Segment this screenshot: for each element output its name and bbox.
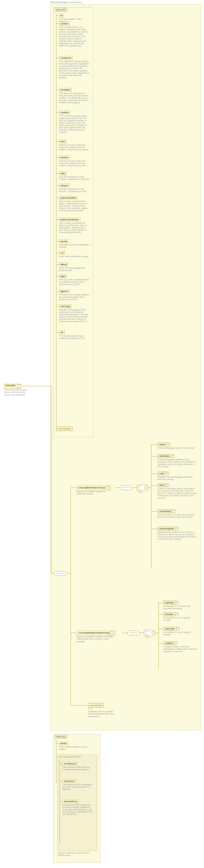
expand-icon[interactable]: + (176, 527, 179, 530)
attr-literal: literalA free-text value assigned as pro… (59, 262, 91, 272)
elem-name: hierarchyInfo+ (157, 527, 176, 530)
elem-name: broader+ (163, 612, 176, 616)
elem-facet[interactable]: facet+In NAR 1.8 and later, facet is dep… (157, 483, 198, 499)
attr-creator: creatorIf the property value is not defi… (59, 22, 91, 47)
attr-desc: A set of local identifiers of inline con… (59, 746, 88, 750)
sequence-rel: • • • (127, 630, 140, 635)
elem-remoteInfo[interactable]: remoteInfo+A link to an item or a web re… (157, 509, 198, 518)
attr-name: idrefs (59, 741, 68, 745)
attr-desc: A free-text value assigned as property v… (59, 267, 89, 272)
attr-desc: Specifies the language of this property … (59, 309, 89, 323)
elem-note[interactable]: note+Additional natural language informa… (157, 472, 198, 480)
collapse-icon[interactable]: – (18, 384, 21, 388)
attr-name: uri (59, 251, 65, 255)
attr-id: idThe local identifier of the property. (59, 13, 91, 23)
elem-desc: A natural language name for the concept. (157, 447, 197, 449)
root-label: inlineRef (4, 384, 17, 388)
elem-desc: An identifier of a more generic concept. (163, 617, 198, 621)
attr-desc: Indicates by which means the value was e… (59, 144, 89, 151)
attr-desc: If the property value is not defined, sp… (59, 26, 89, 47)
expand-icon[interactable]: + (173, 509, 176, 513)
attr-pubconstrainturi: pubconstrainturiOne or many constraints … (59, 218, 91, 234)
attr-desc: Why the metadata has been included - exp… (59, 188, 89, 193)
elem-desc: An identifier of a more specific concept… (163, 631, 198, 636)
expand-icon[interactable]: + (171, 455, 174, 458)
elem-desc: A related concept, where the relationshi… (163, 646, 198, 653)
attr-whyuri: whyuriWhy the metadata has been included… (59, 184, 91, 193)
attr-typeuri: typeuriThe type of the concept assigned … (59, 289, 91, 301)
attr-desc: A reference to the concept from which th… (62, 804, 94, 815)
cardinality: 0..∞ (139, 491, 143, 493)
attr-howuri: howuriIndicates by which means the value… (59, 156, 91, 167)
attr-name: custom (59, 111, 70, 114)
type-context: (extension) (68, 1, 82, 4)
attr-name: confidence (62, 762, 78, 766)
attributes-header-2: attributes (55, 735, 67, 739)
choice-def[interactable]: – (137, 485, 148, 491)
elem-name: remoteInfo+ (157, 509, 173, 513)
attr-name: dir (59, 331, 65, 334)
attr-name: relevance (62, 779, 76, 783)
elem-definition[interactable]: definition+A natural language definition… (157, 454, 198, 468)
elem-name: sameAs+ (163, 601, 176, 604)
attr-type: typeThe type of the concept assigned as … (59, 274, 91, 285)
attr-name: id (59, 13, 64, 18)
attr-name: pubconstraint (59, 196, 77, 200)
elem-name[interactable]: name+A natural language name for the con… (157, 442, 198, 449)
elem-broader[interactable]: broader+An identifier of a more generic … (163, 612, 200, 621)
elem-name: definition+ (157, 454, 171, 458)
elem-related[interactable]: related+A related concept, where the rel… (163, 641, 200, 653)
expand-icon[interactable]: + (166, 472, 169, 475)
attr-desc: The type of the concept assigned as cont… (59, 279, 89, 285)
attr-derivedfrom: derivedfromA reference to the concept fr… (62, 800, 95, 815)
collapse-icon[interactable]: – (106, 486, 109, 490)
attr-desc: A URI which identifies a concept. (59, 255, 89, 258)
attr-confidence: confidenceThe confidence with which the … (62, 762, 95, 771)
attr-desc: The date (and, optionally, the time) whe… (59, 92, 89, 104)
expand-icon[interactable]: + (175, 613, 178, 616)
attr-custom: customIf set to true the corresponding p… (59, 111, 91, 133)
choice-rel[interactable]: – (144, 630, 155, 636)
elem-desc: A natural language definition of the sem… (157, 459, 197, 468)
concept-relationships-group[interactable]: ConceptRelationshipsGroup– (77, 630, 115, 636)
attr-how: howIndicates by which means the value wa… (59, 140, 91, 151)
root-element[interactable]: inlineRef – (4, 384, 21, 389)
elem-name: note+ (157, 472, 166, 475)
quantify-desc: A group of attributes quantifying the pr… (58, 852, 95, 857)
attr-desc: The confidence with which the metadata h… (62, 766, 94, 771)
expand-icon[interactable]: + (174, 642, 177, 645)
attr-desc: The relevance of the metadata to the new… (62, 783, 94, 790)
elem-narrower[interactable]: narrower+An identifier of a more specifi… (163, 627, 200, 636)
attr-modified: modifiedThe date (and, optionally, the t… (59, 88, 91, 104)
concept-definition-group[interactable]: ConceptDefinitionGroup– (77, 486, 111, 491)
attr-name: literal (59, 262, 68, 267)
expand-icon[interactable]: + (176, 601, 179, 604)
attr-creatoruri: creatoruriIf the attribute is empty, spe… (59, 56, 91, 79)
attr-xml-lang: xml:langSpecifies the language of this p… (59, 304, 91, 323)
elem-desc: Additional natural language information … (157, 476, 197, 480)
expand-icon[interactable]: + (166, 484, 169, 487)
rel-group-desc: A group of properties required to indica… (77, 636, 116, 643)
elem-name: related+ (163, 641, 174, 645)
sequence-def: • • • (120, 486, 132, 490)
attr-qcode: qcodeA qualified code which identifies a… (59, 240, 91, 248)
def-group-desc: A group of properties required to define… (77, 491, 111, 495)
attr-name: xml:lang (59, 304, 71, 308)
collapse-icon[interactable]: – (110, 631, 114, 635)
elem-sameAs[interactable]: sameAs+An identifier of a concept with e… (163, 601, 200, 610)
elem-hierarchyInfo[interactable]: hierarchyInfo+Represents the position of… (157, 527, 198, 540)
any-attribute: any ##other (57, 427, 72, 431)
attr-relevance: relevanceThe relevance of the metadata t… (62, 779, 95, 790)
attr-name: creatoruri (59, 56, 72, 60)
attr-name: type (59, 274, 66, 278)
expand-icon[interactable]: + (176, 627, 180, 630)
attr-name: whyuri (59, 184, 69, 187)
attr-desc: If set to true the corresponding propert… (59, 115, 89, 133)
elem-desc: In NAR 1.8 and later, facet is deprecate… (157, 488, 197, 499)
attr-desc: A qualified code which identifies a conc… (59, 244, 89, 248)
expand-icon[interactable]: + (167, 443, 170, 446)
attr-desc: Why the metadata has been included - exp… (59, 176, 89, 181)
quantify-label: grp quantifyAttributes (58, 755, 97, 758)
root-description: The concept represented by the content i… (4, 389, 27, 396)
attr-why: whyWhy the metadata has been included - … (59, 172, 91, 181)
